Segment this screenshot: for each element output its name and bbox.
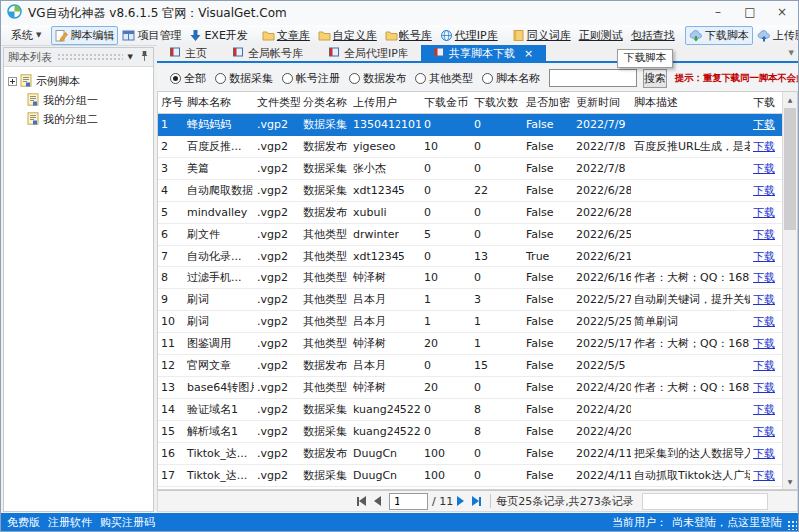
table-row[interactable]: 17 Tiktok_达... .vgp2 数据采集 DuugCn 100 0 F… bbox=[158, 465, 797, 487]
cell-uploader: 吕本月 bbox=[350, 311, 421, 332]
col-category[interactable]: 分类名称 bbox=[300, 92, 350, 113]
last-page-button[interactable] bbox=[472, 496, 481, 506]
search-button[interactable]: 搜索 bbox=[643, 69, 667, 88]
table-row[interactable]: 9 刷词 .vgp2 其他类型 吕本月 1 3 False 2022/5/27 … bbox=[158, 289, 797, 311]
download-link[interactable]: 下载 bbox=[750, 421, 784, 442]
col-script-name[interactable]: 脚本名称 bbox=[184, 92, 254, 113]
col-updated[interactable]: 更新时间 bbox=[573, 92, 631, 113]
download-link[interactable]: 下载 bbox=[750, 267, 784, 288]
include-search-button[interactable]: 包括查找 bbox=[627, 26, 679, 45]
login-link[interactable]: 尚未登陆，点这里登陆 bbox=[672, 515, 782, 530]
project-manage-icon bbox=[122, 29, 135, 42]
table-row[interactable]: 1 蜂妈妈妈 .vgp2 数据采集 13504121014 0 0 False … bbox=[158, 114, 797, 136]
table-row[interactable]: 6 刷文件 .vgp2 其他类型 drwinter 5 0 False 2022… bbox=[158, 224, 797, 246]
col-encrypted[interactable]: 是否加密 bbox=[523, 92, 573, 113]
table-row[interactable]: 3 美篇 .vgp2 数据采集 张小杰 0 0 False 2022/7/8 下… bbox=[158, 158, 797, 180]
download-script-button[interactable]: 下载脚本 bbox=[685, 26, 753, 45]
page-number-input[interactable] bbox=[389, 493, 428, 510]
next-page-button[interactable] bbox=[457, 496, 464, 506]
resize-grip[interactable] bbox=[787, 520, 797, 530]
minimize-button[interactable]: – bbox=[702, 1, 734, 23]
col-description[interactable]: 脚本描述 bbox=[631, 92, 750, 113]
table-row[interactable]: 15 解析域名1 .vgp2 数据采集 kuang2452299 0 8 Fal… bbox=[158, 421, 797, 443]
script-name-input[interactable] bbox=[549, 69, 637, 87]
download-link[interactable]: 下载 bbox=[750, 136, 784, 157]
tab-strip: 主页 全局帐号库 全局代理IP库 共享脚本下载 × ▼ bbox=[157, 45, 798, 63]
download-link[interactable]: 下载 bbox=[750, 333, 784, 354]
filter-radio-数据采集[interactable]: 数据采集 bbox=[215, 71, 273, 86]
download-link[interactable]: 下载 bbox=[750, 465, 784, 486]
download-link[interactable]: 下载 bbox=[750, 180, 784, 201]
synonym-lib-button[interactable]: 同义词库 bbox=[508, 26, 575, 45]
filter-radio-帐号注册[interactable]: 帐号注册 bbox=[282, 71, 340, 86]
article-lib-button[interactable]: 文章库 bbox=[258, 26, 314, 45]
filter-radio-其他类型[interactable]: 其他类型 bbox=[415, 71, 473, 86]
download-link[interactable]: 下载 bbox=[750, 443, 784, 464]
tree-item-sample-scripts[interactable]: 示例脚本 bbox=[6, 72, 151, 91]
pin-icon[interactable] bbox=[140, 50, 149, 65]
first-page-button[interactable] bbox=[357, 496, 366, 506]
scroll-up-icon[interactable]: ▲ bbox=[783, 92, 797, 107]
regex-test-button[interactable]: 正则测试 bbox=[575, 26, 627, 45]
table-row[interactable]: 10 刷词 .vgp2 其他类型 吕本月 1 1 False 2022/5/25… bbox=[158, 311, 797, 333]
col-coins[interactable]: 下载金币 bbox=[421, 92, 471, 113]
exe-dev-button[interactable]: EXE开发 bbox=[185, 26, 251, 45]
table-row[interactable]: 13 base64转图片 .vgp2 其他类型 钟泽树 20 0 False 2… bbox=[158, 377, 797, 399]
tab-home[interactable]: 主页 bbox=[157, 45, 220, 61]
tab-shared-script-download[interactable]: 共享脚本下载 × bbox=[421, 45, 546, 61]
col-download[interactable]: 下载 bbox=[750, 92, 784, 113]
cell-coins: 0 bbox=[421, 180, 471, 201]
filter-radio-全部[interactable]: 全部 bbox=[170, 71, 206, 86]
download-link[interactable]: 下载 bbox=[750, 377, 784, 398]
status-link-免费版[interactable]: 免费版 bbox=[7, 515, 40, 530]
project-manage-button[interactable]: 项目管理 bbox=[118, 26, 185, 45]
status-link-购买注册码[interactable]: 购买注册码 bbox=[100, 515, 155, 530]
download-link[interactable]: 下载 bbox=[750, 202, 784, 223]
tab-close-icon[interactable]: × bbox=[524, 47, 533, 60]
tab-global-account-lib[interactable]: 全局帐号库 bbox=[220, 45, 316, 61]
col-downloads[interactable]: 下载次数 bbox=[471, 92, 523, 113]
script-edit-button[interactable]: 脚本编辑 bbox=[51, 26, 118, 45]
download-link[interactable]: 下载 bbox=[750, 246, 784, 266]
table-row[interactable]: 2 百度反推... .vgp2 数据发布 yigeseo 10 0 False … bbox=[158, 136, 797, 158]
vertical-scrollbar[interactable]: ▲ ▼ bbox=[782, 92, 797, 489]
download-link[interactable]: 下载 bbox=[750, 311, 784, 332]
scrollbar-thumb[interactable] bbox=[784, 108, 796, 230]
table-row[interactable]: 14 验证域名1 .vgp2 数据采集 kuang2452299 0 8 Fal… bbox=[158, 399, 797, 421]
table-row[interactable]: 4 自动爬取数据 .vgp2 数据采集 xdt12345 0 22 False … bbox=[158, 180, 797, 202]
cell-index: 16 bbox=[158, 443, 184, 464]
close-button[interactable]: × bbox=[766, 1, 798, 23]
tab-global-proxy-ip-lib[interactable]: 全局代理IP库 bbox=[316, 45, 421, 61]
download-link[interactable]: 下载 bbox=[750, 114, 784, 135]
table-row[interactable]: 12 官网文章 .vgp2 数据发布 吕本月 0 15 False 2022/5… bbox=[158, 355, 797, 377]
scroll-down-icon[interactable]: ▼ bbox=[783, 474, 797, 489]
download-link[interactable]: 下载 bbox=[750, 399, 784, 420]
menu-system[interactable]: 系统 ▼ bbox=[7, 26, 45, 45]
table-row[interactable]: 16 Tiktok_达... .vgp2 数据发布 DuugCn 100 0 F… bbox=[158, 443, 797, 465]
status-link-注册软件[interactable]: 注册软件 bbox=[48, 515, 92, 530]
download-link[interactable]: 下载 bbox=[750, 355, 784, 376]
filter-radio-数据发布[interactable]: 数据发布 bbox=[349, 71, 406, 86]
panel-dropdown-icon[interactable]: ▼ bbox=[128, 53, 133, 61]
table-row[interactable]: 11 图鉴调用 .vgp2 其他类型 钟泽树 20 1 False 2022/5… bbox=[158, 333, 797, 355]
download-link[interactable]: 下载 bbox=[750, 289, 784, 310]
table-row[interactable]: 5 mindvalley .vgp2 数据发布 xubuli 0 0 False… bbox=[158, 202, 797, 224]
prev-page-button[interactable] bbox=[374, 496, 381, 506]
maximize-button[interactable]: □ bbox=[734, 1, 766, 23]
tree-expander-icon[interactable] bbox=[8, 77, 17, 86]
proxy-ip-lib-button[interactable]: 代理IP库 bbox=[436, 26, 502, 45]
upload-script-button[interactable]: 上传脚本 bbox=[753, 26, 798, 45]
account-lib-button[interactable]: 帐号库 bbox=[381, 26, 436, 45]
table-row[interactable]: 8 过滤手机... .vgp2 其他类型 钟泽树 10 0 False 2022… bbox=[158, 267, 797, 289]
tab-overflow-icon[interactable]: ▼ bbox=[789, 49, 798, 57]
col-file-type[interactable]: 文件类型 bbox=[254, 92, 300, 113]
col-index[interactable]: 序号 bbox=[158, 92, 184, 113]
filter-radio-脚本名称[interactable]: 脚本名称 bbox=[482, 71, 540, 86]
col-uploader[interactable]: 上传用户 bbox=[350, 92, 421, 113]
tree-item-group-one[interactable]: 我的分组一 bbox=[6, 91, 151, 110]
custom-lib-button[interactable]: 自定义库 bbox=[314, 26, 381, 45]
table-row[interactable]: 7 自动化录... .vgp2 其他类型 xdt12345 0 13 True … bbox=[158, 246, 797, 267]
download-link[interactable]: 下载 bbox=[750, 224, 784, 245]
tree-item-group-two[interactable]: 我的分组二 bbox=[6, 110, 151, 129]
download-link[interactable]: 下载 bbox=[750, 158, 784, 179]
